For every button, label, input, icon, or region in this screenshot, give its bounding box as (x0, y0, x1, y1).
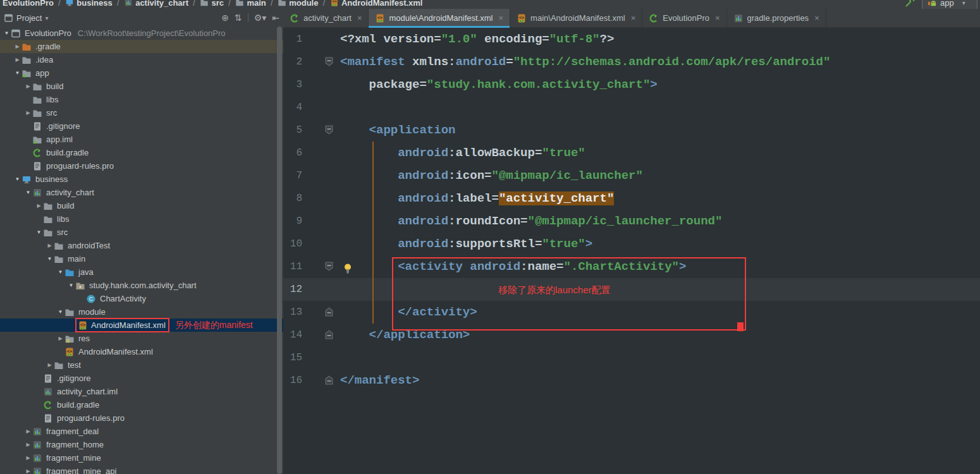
tree-item-app[interactable]: ▼app (0, 66, 283, 80)
hide-panel-icon[interactable]: ⇤ (272, 13, 279, 22)
breadcrumb-item[interactable]: business (65, 0, 112, 8)
tree-arrow-expanded-icon[interactable]: ▼ (13, 70, 21, 76)
tree-item-src[interactable]: ▶src (0, 106, 283, 119)
tab-close-icon[interactable]: × (499, 13, 504, 23)
editor-tab-activity_chart[interactable]: activity_chart× (283, 9, 369, 27)
tree-arrow-collapsed-icon[interactable]: ▶ (35, 203, 43, 209)
folder-icon (54, 360, 64, 370)
tree-arrow-collapsed-icon[interactable]: ▶ (24, 442, 32, 447)
module-chart-icon (32, 440, 42, 450)
tree-arrow-collapsed-icon[interactable]: ▶ (24, 468, 32, 474)
breadcrumb-item[interactable]: EvolutionPro (3, 0, 54, 8)
tree-item-build.gradle[interactable]: build.gradle (0, 146, 283, 159)
fold-marker-close-icon[interactable] (325, 307, 333, 317)
tree-item-proguard-rules.pro[interactable]: proguard-rules.pro (0, 159, 283, 173)
tree-arrow-collapsed-icon[interactable]: ▶ (24, 455, 32, 461)
tree-arrow-expanded-icon[interactable]: ▼ (3, 30, 11, 36)
tree-item-module[interactable]: ▼module (0, 305, 283, 319)
tree-item-app.iml[interactable]: app.iml (0, 133, 283, 146)
tab-close-icon[interactable]: × (814, 13, 819, 23)
tree-item-.idea[interactable]: ▶.idea (0, 53, 283, 66)
breadcrumb-item[interactable]: module (278, 0, 318, 8)
tree-arrow-expanded-icon[interactable]: ▼ (24, 190, 32, 195)
tree-item-proguard-rules.pro[interactable]: proguard-rules.pro (0, 411, 283, 425)
svg-text:<>: <> (80, 322, 85, 327)
tree-item-evolutionpro[interactable]: ▼EvolutionProC:\WorkRoot\testingProject\… (0, 27, 283, 40)
tree-item-src[interactable]: ▼src (0, 226, 283, 239)
tree-item-res[interactable]: ▶res (0, 332, 283, 345)
code-token: "true" (542, 237, 585, 251)
breadcrumb-item[interactable]: activity_chart (124, 0, 188, 8)
tree-arrow-expanded-icon[interactable]: ▼ (46, 256, 54, 262)
tree-item-build[interactable]: ▶build (0, 199, 283, 212)
code-token (477, 32, 484, 46)
tree-item-.gitignore[interactable]: .gitignore (0, 119, 283, 133)
tab-close-icon[interactable]: × (715, 13, 720, 23)
tree-item-androidmanifest.xml[interactable]: <>AndroidManifest.xml (0, 345, 283, 358)
fold-marker-open-icon[interactable] (325, 262, 333, 271)
tree-arrow-expanded-icon[interactable]: ▼ (67, 283, 75, 288)
editor-tab-evolutionpro[interactable]: EvolutionPro× (642, 9, 726, 27)
editor-tab-main-androidmanifest.xml[interactable]: <>main\AndroidManifest.xml× (510, 9, 642, 27)
breadcrumb-item[interactable]: src (200, 0, 224, 8)
fold-marker-close-icon[interactable] (325, 375, 333, 385)
tree-item-libs[interactable]: libs (0, 212, 283, 226)
tree-arrow-collapsed-icon[interactable]: ▶ (24, 83, 32, 89)
project-tool-title[interactable]: Project (16, 13, 42, 23)
tree-item-fragment_mine[interactable]: ▶fragment_mine (0, 451, 283, 465)
tree-arrow-expanded-icon[interactable]: ▼ (56, 309, 64, 315)
tree-item-build[interactable]: ▶build (0, 80, 283, 93)
fold-marker-open-icon[interactable] (325, 125, 333, 135)
intention-bulb-icon[interactable] (343, 263, 352, 276)
tree-arrow-collapsed-icon[interactable]: ▶ (46, 362, 54, 368)
tree-arrow-expanded-icon[interactable]: ▼ (56, 269, 64, 275)
collapse-all-icon[interactable]: ⇅ (235, 13, 242, 22)
tree-item-androidtest[interactable]: ▶androidTest (0, 239, 283, 252)
scrollbar-thumb[interactable] (277, 27, 282, 474)
tree-arrow-collapsed-icon[interactable]: ▶ (24, 110, 32, 116)
tree-item-fragment_mine_api[interactable]: ▶fragment_mine_api (0, 465, 283, 474)
tree-item-business[interactable]: ▼business (0, 173, 283, 186)
gradle-icon (32, 148, 42, 158)
wrench-icon[interactable] (904, 0, 916, 8)
tree-item-activity_chart.iml[interactable]: activity_chart.iml (0, 385, 283, 398)
breadcrumb-item[interactable]: <>AndroidManifest.xml (330, 0, 423, 8)
line-number: 10 (283, 233, 302, 255)
tree-item-chartactivity[interactable]: CChartActivity (0, 292, 283, 305)
tree-item-.gitignore[interactable]: .gitignore (0, 372, 283, 385)
tree-item-study.hank.com.activity_chart[interactable]: ▼study.hank.com.activity_chart (0, 279, 283, 292)
code-editor[interactable]: 1<?xml version="1.0" encoding="utf-8"?>2… (283, 28, 980, 474)
tree-arrow-collapsed-icon[interactable]: ▶ (13, 57, 21, 63)
tree-item-build.gradle[interactable]: build.gradle (0, 398, 283, 411)
code-token: "1.0" (441, 32, 477, 46)
tree-arrow-collapsed-icon[interactable]: ▶ (46, 243, 54, 248)
chevron-down-icon[interactable]: ▾ (45, 15, 48, 21)
locate-icon[interactable]: ⊕ (221, 13, 229, 22)
settings-icon[interactable]: ⚙▾ (254, 13, 267, 22)
fold-marker-open-icon[interactable] (325, 57, 333, 66)
code-token: android (398, 214, 448, 228)
tree-item-test[interactable]: ▶test (0, 358, 283, 372)
editor-tab-module-androidmanifest.xml[interactable]: <>module\AndroidManifest.xml× (369, 9, 510, 27)
tree-item-fragment_deal[interactable]: ▶fragment_deal (0, 425, 283, 438)
tab-close-icon[interactable]: × (357, 13, 362, 23)
tree-item-fragment_home[interactable]: ▶fragment_home (0, 438, 283, 451)
tree-item-java[interactable]: ▼java (0, 265, 283, 279)
run-configuration-select[interactable]: app ▾ (922, 0, 977, 9)
tree-arrow-expanded-icon[interactable]: ▼ (13, 176, 21, 182)
tree-item-activity_chart[interactable]: ▼activity_chart (0, 186, 283, 199)
tree-item-main[interactable]: ▼main (0, 252, 283, 265)
tree-item-.gradle[interactable]: ▶.gradle (0, 40, 283, 53)
tree-item-androidmanifest.xml[interactable]: <>AndroidManifest.xml另外创建的manifest (0, 319, 283, 332)
tree-item-libs[interactable]: libs (0, 93, 283, 106)
tree-arrow-collapsed-icon[interactable]: ▶ (24, 428, 32, 434)
code-token: android (398, 146, 448, 160)
fold-marker-close-icon[interactable] (325, 330, 333, 339)
tab-close-icon[interactable]: × (631, 13, 636, 23)
tree-item-label: test (68, 358, 81, 372)
breadcrumb-item[interactable]: main (235, 0, 266, 8)
tree-arrow-collapsed-icon[interactable]: ▶ (56, 336, 64, 341)
tree-arrow-collapsed-icon[interactable]: ▶ (13, 44, 21, 49)
tree-arrow-expanded-icon[interactable]: ▼ (35, 229, 43, 235)
editor-tab-gradle.properties[interactable]: gradle.properties× (727, 9, 826, 27)
